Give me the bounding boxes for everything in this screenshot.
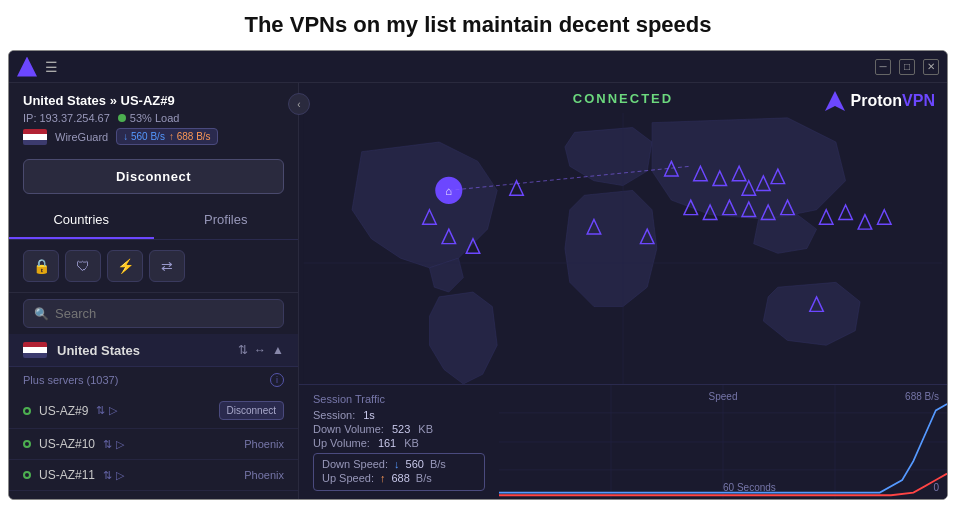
up-speed-row: Up Speed: ↑ 688 B/s [322, 472, 476, 484]
plus-info-icon[interactable]: i [270, 373, 284, 387]
collapse-sidebar-button[interactable]: ‹ [288, 93, 310, 115]
up-vol-unit: KB [404, 437, 419, 449]
main-content: ‹ United States » US-AZ#9 IP: 193.37.254… [9, 83, 947, 499]
speed-box: Down Speed: ↓ 560 B/s Up Speed: ↑ 688 B/… [313, 453, 485, 491]
session-title: Session Traffic [313, 393, 485, 405]
server-connect-icon-1[interactable]: ▷ [116, 438, 124, 451]
world-map: ⌂ [299, 113, 947, 413]
up-speed-value: 688 [391, 472, 409, 484]
server-pin-icon[interactable]: ⇅ [96, 404, 105, 417]
plus-servers-header: Plus servers (1037) i [9, 367, 298, 393]
title-bar-controls: ─ □ ✕ [875, 59, 939, 75]
sidebar-tabs: Countries Profiles [9, 202, 298, 240]
server-pin-icon-2[interactable]: ⇅ [103, 469, 112, 482]
load-text: 53% Load [130, 112, 180, 124]
server-icons-1: ⇅ ▷ [103, 438, 124, 451]
server-disconnect-button[interactable]: Disconnect [219, 401, 284, 420]
server-item-0[interactable]: US-AZ#9 ⇅ ▷ Disconnect [9, 393, 298, 429]
title-bar: ☰ ─ □ ✕ [9, 51, 947, 83]
map-area: CONNECTED ProtonVPN — | + [299, 83, 947, 499]
country-connect-icon[interactable]: ⇅ [238, 343, 248, 357]
country-name-us: United States [57, 343, 140, 358]
connected-status: CONNECTED [573, 91, 673, 106]
search-input[interactable] [55, 306, 273, 321]
hamburger-icon[interactable]: ☰ [45, 59, 58, 75]
server-pin-icon-1[interactable]: ⇅ [103, 438, 112, 451]
up-arrow-icon: ↑ [380, 472, 386, 484]
down-speed-unit: B/s [430, 458, 446, 470]
session-value: 1s [363, 409, 375, 421]
svg-marker-0 [825, 91, 845, 111]
us-flag [23, 129, 47, 145]
server-item-2[interactable]: US-AZ#11 ⇅ ▷ Phoenix [9, 460, 298, 491]
up-vol-label: Up Volume: [313, 437, 370, 449]
down-speed-label: Down Speed: [322, 458, 388, 470]
proton-brand-logo [823, 89, 847, 113]
server-location-2: Phoenix [244, 469, 284, 481]
server-name-1: US-AZ#10 [39, 437, 95, 451]
session-label: Session: [313, 409, 355, 421]
tab-profiles[interactable]: Profiles [154, 202, 299, 239]
server-status-2 [23, 471, 31, 479]
down-speed-value: 560 [406, 458, 424, 470]
speed-badge: ↓ 560 B/s ↑ 688 B/s [116, 128, 217, 145]
session-row-2: Up Volume: 161 KB [313, 437, 485, 449]
server-item-1[interactable]: US-AZ#10 ⇅ ▷ Phoenix [9, 429, 298, 460]
country-pin-icon[interactable]: ↔ [254, 343, 266, 357]
disconnect-button[interactable]: Disconnect [23, 159, 284, 194]
server-icons-0: ⇅ ▷ [96, 404, 117, 417]
speed-row: WireGuard ↓ 560 B/s ↑ 688 B/s [23, 128, 284, 145]
svg-text:⌂: ⌂ [445, 184, 452, 197]
down-arrow-icon: ↓ [394, 458, 400, 470]
close-button[interactable]: ✕ [923, 59, 939, 75]
vpn-window: ☰ ─ □ ✕ ‹ United States » US-AZ#9 IP: 19… [8, 50, 948, 500]
country-actions: ⇅ ↔ ▲ [238, 343, 284, 357]
session-info: Session Traffic Session: 1s Down Volume:… [299, 385, 499, 499]
chart-zero-label: 0 [933, 482, 939, 493]
ip-address: IP: 193.37.254.67 [23, 112, 110, 124]
server-status-1 [23, 440, 31, 448]
connection-info: United States » US-AZ#9 IP: 193.37.254.6… [9, 83, 298, 151]
filter-speed-btn[interactable]: ⚡ [107, 250, 143, 282]
server-connect-icon[interactable]: ▷ [109, 404, 117, 417]
session-row-1: Down Volume: 523 KB [313, 423, 485, 435]
protocol-label: WireGuard [55, 131, 108, 143]
proton-brand: ProtonVPN [823, 89, 935, 113]
filter-route-btn[interactable]: ⇄ [149, 250, 185, 282]
proton-logo-icon [17, 57, 37, 77]
filter-shield-btn[interactable]: 🛡 [65, 250, 101, 282]
server-status-active [23, 407, 31, 415]
up-speed-unit: B/s [416, 472, 432, 484]
server-details: IP: 193.37.254.67 53% Load [23, 112, 284, 124]
country-expand-icon[interactable]: ▲ [272, 343, 284, 357]
down-speed: ↓ 560 B/s [123, 131, 165, 142]
down-speed-row: Down Speed: ↓ 560 B/s [322, 458, 476, 470]
sidebar: ‹ United States » US-AZ#9 IP: 193.37.254… [9, 83, 299, 499]
title-bar-left: ☰ [17, 57, 58, 77]
chart-speed-title: Speed [709, 391, 738, 402]
tab-countries[interactable]: Countries [9, 202, 154, 239]
server-connect-icon-2[interactable]: ▷ [116, 469, 124, 482]
session-panel: Session Traffic Session: 1s Down Volume:… [299, 384, 947, 499]
session-row-0: Session: 1s [313, 409, 485, 421]
up-speed-label: Up Speed: [322, 472, 374, 484]
load-info: 53% Load [118, 112, 180, 124]
maximize-button[interactable]: □ [899, 59, 915, 75]
country-item-us[interactable]: United States ⇅ ↔ ▲ [9, 334, 298, 367]
country-flag-us [23, 342, 47, 358]
down-vol-label: Down Volume: [313, 423, 384, 435]
brand-proton-text: ProtonVPN [851, 92, 935, 110]
minimize-button[interactable]: ─ [875, 59, 891, 75]
down-vol-value: 523 [392, 423, 410, 435]
filter-row: 🔒 🛡 ⚡ ⇄ [9, 240, 298, 293]
server-name-2: US-AZ#11 [39, 468, 95, 482]
server-name: United States » US-AZ#9 [23, 93, 284, 108]
server-name-0: US-AZ#9 [39, 404, 88, 418]
search-icon: 🔍 [34, 307, 49, 321]
up-vol-value: 161 [378, 437, 396, 449]
down-vol-unit: KB [418, 423, 433, 435]
search-box[interactable]: 🔍 [23, 299, 284, 328]
filter-secure-btn[interactable]: 🔒 [23, 250, 59, 282]
server-item-3[interactable]: US-AZ#12 ⇅ ▷ Phoenix [9, 491, 298, 499]
speed-chart: Speed 688 B/s 60 Seconds 0 [499, 385, 947, 499]
